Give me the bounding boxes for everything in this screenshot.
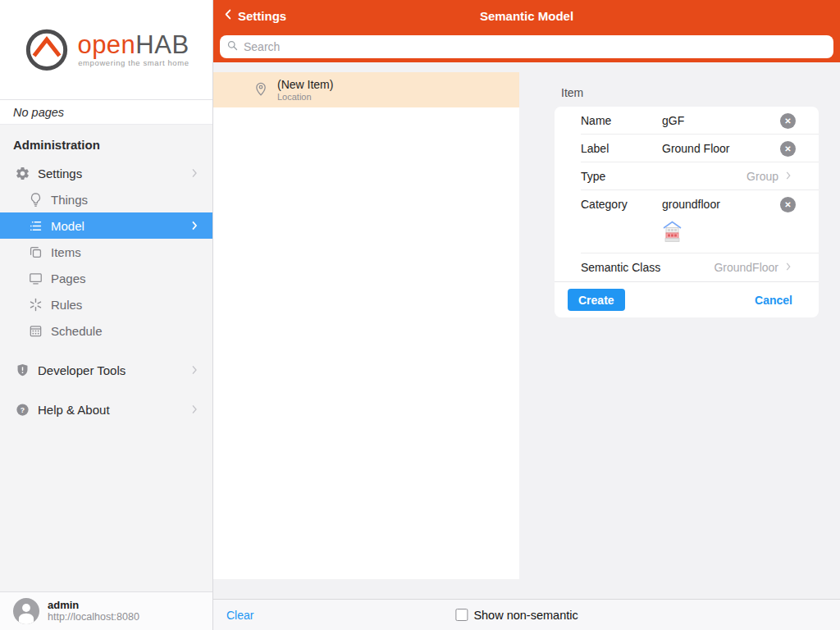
shield-exclamation-icon <box>14 362 30 378</box>
account-panel[interactable]: admin http://localhost:8080 <box>0 591 212 630</box>
search-icon <box>226 39 239 55</box>
items-copy-icon <box>27 244 43 260</box>
sidebar-item-label: Pages <box>51 272 86 285</box>
tree-item-new-item[interactable]: (New Item) Location <box>213 72 519 107</box>
form-footer: Create Cancel <box>555 281 819 317</box>
show-non-semantic-toggle[interactable]: Show non-semantic <box>455 609 578 622</box>
form-row-label: Label ✕ <box>555 135 819 162</box>
clear-button[interactable]: Clear <box>226 609 253 622</box>
sidebar-item-label: Rules <box>51 298 82 312</box>
page-title: Semantic Model <box>213 0 840 31</box>
sidebar-item-settings[interactable]: Settings <box>0 160 212 186</box>
content: (New Item) Location Item Name ✕ Label ✕ <box>213 62 840 599</box>
groundfloor-icon <box>661 232 683 246</box>
schedule-calendar-icon <box>27 322 43 339</box>
checkbox-label: Show non-semantic <box>473 609 578 622</box>
show-non-semantic-checkbox[interactable] <box>455 609 468 621</box>
category-input[interactable] <box>662 198 780 211</box>
form-row-category: Category ✕ <box>555 190 819 218</box>
sidebar-item-label: Help & About <box>38 403 110 417</box>
search-field[interactable] <box>220 35 833 58</box>
avatar <box>13 598 39 624</box>
sidebar-menu: Administration Settings Things Model <box>0 125 212 591</box>
svg-text:?: ? <box>20 405 24 413</box>
sidebar-item-pages[interactable]: Pages <box>0 265 212 291</box>
create-button[interactable]: Create <box>568 289 625 311</box>
clear-input-icon[interactable]: ✕ <box>780 113 796 129</box>
field-label: Label <box>581 142 662 155</box>
sidebar-item-label: Schedule <box>51 324 103 338</box>
sidebar-item-label: Developer Tools <box>38 363 126 377</box>
item-block-title: Item <box>561 86 819 99</box>
sidebar-item-rules[interactable]: Rules <box>0 291 212 317</box>
user-url: http://localhost:8080 <box>48 611 139 623</box>
semantic-class-select[interactable]: GroundFloor <box>714 261 796 275</box>
rules-spark-icon <box>27 296 43 313</box>
brand-name: openHAB <box>77 33 189 57</box>
field-label: Category <box>581 198 662 211</box>
sidebar-item-schedule[interactable]: Schedule <box>0 317 212 344</box>
sidebar: openHAB empowering the smart home No pag… <box>0 0 213 630</box>
category-icon-preview <box>555 218 819 253</box>
chevron-right-icon <box>188 167 201 180</box>
field-label: Type <box>581 170 662 183</box>
sidebar-item-help-about[interactable]: ? Help & About <box>0 396 212 422</box>
chevron-right-icon <box>188 363 201 377</box>
item-form-card: Name ✕ Label ✕ Type Group <box>555 107 819 317</box>
user-name: admin <box>48 599 139 611</box>
chevron-left-icon <box>221 7 235 24</box>
searchbar <box>213 31 840 62</box>
section-title-administration: Administration <box>13 138 199 152</box>
chevron-right-icon <box>188 403 201 416</box>
sidebar-item-label: Settings <box>38 167 82 180</box>
gear-icon <box>14 165 30 181</box>
clear-input-icon[interactable]: ✕ <box>780 197 796 212</box>
no-pages-label: No pages <box>0 99 212 125</box>
type-select[interactable]: Group <box>746 170 796 184</box>
model-tree-panel: (New Item) Location <box>213 72 519 579</box>
item-detail-panel: Item Name ✕ Label ✕ Type Group <box>555 86 819 317</box>
chevron-right-icon <box>783 261 794 275</box>
sidebar-item-items[interactable]: Items <box>0 239 212 265</box>
form-row-type: Type Group <box>555 162 819 190</box>
chevron-right-icon <box>188 219 201 232</box>
tree-item-subtitle: Location <box>277 92 333 103</box>
lightbulb-icon <box>27 191 43 208</box>
openhab-logo-mark-icon <box>23 25 71 75</box>
chevron-right-icon <box>783 170 794 184</box>
field-label: Semantic Class <box>581 261 662 274</box>
sidebar-item-label: Model <box>51 219 84 233</box>
name-input[interactable] <box>662 114 780 127</box>
openhab-logo: openHAB empowering the smart home <box>0 0 212 99</box>
navbar: Settings Semantic Model <box>213 0 840 31</box>
model-tree-icon <box>27 217 43 234</box>
field-label: Name <box>581 114 662 127</box>
tree-item-title: (New Item) <box>277 78 333 92</box>
bottom-toolbar: Clear Show non-semantic <box>213 599 840 630</box>
back-button-label: Settings <box>238 9 286 23</box>
search-input[interactable] <box>244 40 833 53</box>
sidebar-item-things[interactable]: Things <box>0 186 212 212</box>
brand-tagline: empowering the smart home <box>77 58 189 67</box>
clear-input-icon[interactable]: ✕ <box>780 141 796 157</box>
form-row-semantic-class: Semantic Class GroundFloor <box>555 253 819 281</box>
form-row-name: Name ✕ <box>555 107 819 135</box>
pages-monitor-icon <box>27 270 43 286</box>
sidebar-item-label: Items <box>51 245 81 259</box>
label-input[interactable] <box>662 142 780 155</box>
sidebar-item-model[interactable]: Model <box>0 212 212 239</box>
sidebar-item-developer-tools[interactable]: Developer Tools <box>0 357 212 383</box>
sidebar-item-label: Things <box>51 193 88 207</box>
location-pin-icon <box>253 80 269 100</box>
back-button[interactable]: Settings <box>221 0 286 31</box>
main-area: Settings Semantic Model (New Item) Locat… <box>213 0 840 630</box>
question-circle-icon: ? <box>14 401 30 418</box>
cancel-button[interactable]: Cancel <box>755 294 792 307</box>
